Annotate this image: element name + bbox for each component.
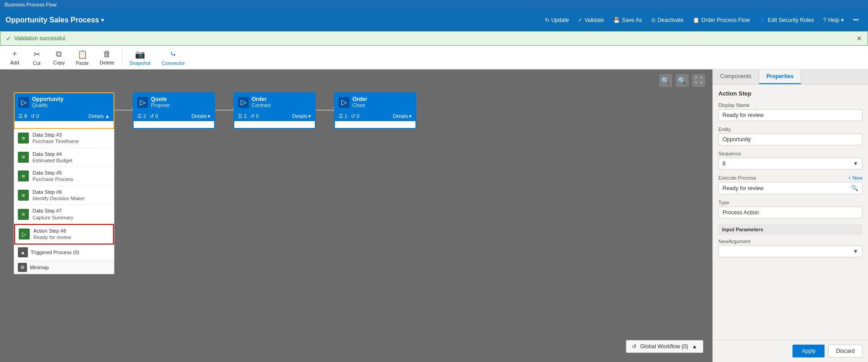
stage-quote-details-button[interactable]: Details ▾	[191, 113, 210, 119]
type-label: Type	[718, 200, 863, 205]
help-button[interactable]: ? Help ▾	[819, 15, 847, 25]
stage-order-close-details-button[interactable]: Details ▾	[393, 113, 412, 119]
connector-2	[215, 110, 233, 111]
top-bar: Business Process Flow	[0, 0, 868, 9]
global-workflow[interactable]: ↺ Global Workflow (0) ▲	[626, 340, 703, 353]
stage-order-contract-details-button[interactable]: Details ▾	[292, 113, 311, 119]
validate-icon: ✓	[578, 17, 582, 23]
snapshot-button[interactable]: 📷 Snapshot	[124, 48, 156, 68]
stage-order-contract-steps-count: ☰ 2	[238, 113, 247, 119]
stage-order-contract-node[interactable]: ▷ Order Contract ☰ 2 ↺ 0	[233, 92, 316, 129]
stage-order-close-icon: ▷	[339, 97, 350, 108]
copy-button[interactable]: ⧉ Copy	[48, 48, 70, 67]
validation-close-icon[interactable]: ✕	[857, 35, 862, 42]
validate-button[interactable]: ✓ Validate	[574, 15, 607, 25]
top-bar-title: Business Process Flow	[5, 2, 57, 7]
header-title-chevron[interactable]: ▾	[101, 17, 104, 23]
step-estimated-budget-icon: ≡	[18, 152, 29, 163]
step-ready-for-review-text: Action Step #8 Ready for review	[33, 228, 71, 241]
stage-opportunity-steps-list: ≡ Data Step #3 Purchase Timeframe ≡ Data…	[14, 129, 114, 274]
entity-label: Entity	[718, 127, 863, 132]
new-argument-arrow-icon: ▼	[853, 248, 858, 255]
order-process-flow-button[interactable]: 📋 Order Process Flow	[689, 15, 754, 25]
stage-order-close-node[interactable]: ▷ Order Close ☰ 1 ↺ 0	[334, 92, 416, 129]
stage-order-contract-icon: ▷	[238, 97, 249, 108]
zoom-out-button[interactable]: 🔍	[659, 74, 672, 87]
deactivate-button[interactable]: ⊙ Deactivate	[647, 15, 687, 25]
global-workflow-label: Global Workflow (0)	[640, 343, 688, 350]
panel-tabs: Components Properties	[713, 69, 868, 85]
minimap-bar[interactable]: ⊞ Minimap	[14, 261, 114, 274]
step-ready-for-review[interactable]: ▷ Action Step #8 Ready for review	[14, 224, 114, 245]
stage-opportunity-subtitle: Qualify	[32, 102, 64, 108]
edit-security-roles-icon: 👤	[759, 17, 766, 23]
stage-order-contract-title-block: Order Contract	[252, 96, 271, 109]
execute-process-search-icon: 🔍	[851, 185, 858, 192]
stage-opportunity: ▷ Opportunity Qualify ☰ 8 ↺ 0	[14, 92, 114, 274]
sequence-label: Sequence	[718, 151, 863, 156]
stage-order-contract-header: ▷ Order Contract	[234, 93, 315, 112]
stage-order-close: ▷ Order Close ☰ 1 ↺ 0	[334, 92, 416, 129]
step-capture-summary[interactable]: ≡ Data Step #7 Capture Summary	[14, 205, 114, 224]
new-argument-select[interactable]: ▼	[718, 245, 863, 257]
stage-order-close-title-block: Order Close	[352, 96, 367, 109]
step-purchase-timeframe[interactable]: ≡ Data Step #3 Purchase Timeframe	[14, 129, 114, 148]
save-as-button[interactable]: 💾 Save As	[609, 15, 646, 25]
zoom-in-icon: 🔍	[678, 76, 687, 85]
canvas[interactable]: 🔍 🔍 ⛶ ▷ Opportunity Qualify	[0, 69, 712, 362]
execute-process-new-link[interactable]: + New	[848, 175, 863, 181]
delete-button[interactable]: 🗑 Delete	[94, 48, 120, 67]
execute-process-input[interactable]: Ready for review 🔍	[718, 182, 863, 194]
stage-quote-header: ▷ Quote Propose	[134, 93, 214, 112]
step-purchase-process[interactable]: ≡ Data Step #5 Purchase Process	[14, 167, 114, 186]
paste-button[interactable]: 📋 Paste	[70, 48, 94, 68]
type-value: Process Action	[718, 207, 863, 218]
edit-security-roles-button[interactable]: 👤 Edit Security Roles	[755, 15, 818, 25]
step-identify-decision-icon: ≡	[18, 190, 29, 201]
fit-icon: ⛶	[695, 76, 702, 85]
more-button[interactable]: •••	[849, 15, 863, 25]
flow-container: ▷ Opportunity Qualify ☰ 8 ↺ 0	[14, 92, 416, 274]
minimap-label: Minimap	[30, 265, 49, 270]
add-button[interactable]: + Add	[4, 48, 26, 67]
zoom-controls: 🔍 🔍 ⛶	[659, 74, 705, 87]
stage-opportunity-details-button[interactable]: Details ▲	[88, 113, 110, 119]
panel-footer: Apply Discard	[713, 340, 868, 362]
step-identify-decision-text: Data Step #6 Identify Decision Maker	[32, 189, 85, 202]
panel-section-title: Action Step	[718, 90, 863, 97]
toolbar: + Add ✂ Cut ⧉ Copy 📋 Paste 🗑 Delete 📷 Sn…	[0, 46, 868, 69]
triggered-process-row: ▲ Triggered Process (0)	[14, 245, 114, 261]
step-identify-decision-maker[interactable]: ≡ Data Step #6 Identify Decision Maker	[14, 186, 114, 205]
toolbar-separator	[122, 49, 122, 66]
entity-value: Opportunity	[718, 133, 863, 145]
new-argument-field-group: NewArgument ▼	[718, 239, 863, 257]
stage-order-contract-subtitle: Contract	[252, 102, 271, 108]
sequence-select[interactable]: 8 ▼	[718, 158, 863, 170]
display-name-input[interactable]	[718, 109, 863, 121]
triggered-process-icon: ▲	[18, 247, 28, 257]
zoom-in-button[interactable]: 🔍	[676, 74, 689, 87]
stage-opportunity-node[interactable]: ▷ Opportunity Qualify ☰ 8 ↺ 0	[14, 92, 114, 129]
update-button[interactable]: ↻ Update	[541, 15, 573, 25]
header-left: Opportunity Sales Process ▾	[5, 16, 104, 24]
validation-bar: ✓ Validation successful. ✕	[0, 31, 868, 46]
stage-order-close-flow-count: ↺ 0	[351, 113, 359, 119]
fit-button[interactable]: ⛶	[692, 74, 705, 87]
help-icon: ?	[823, 17, 826, 23]
tab-components[interactable]: Components	[713, 69, 759, 84]
step-capture-summary-text: Data Step #7 Capture Summary	[32, 208, 73, 221]
panel-content: Action Step Display Name Entity Opportun…	[713, 85, 868, 340]
stage-opportunity-steps-count: ☰ 8	[18, 113, 27, 119]
right-panel: Components Properties Action Step Displa…	[712, 69, 868, 362]
step-estimated-budget[interactable]: ≡ Data Step #4 Estimated Budget	[14, 148, 114, 167]
cut-button[interactable]: ✂ Cut	[26, 48, 48, 68]
execute-process-value: Ready for review	[722, 185, 764, 192]
apply-button[interactable]: Apply	[793, 345, 825, 357]
connector-button[interactable]: ⤷ Connector	[156, 48, 190, 68]
stage-opportunity-footer: ☰ 8 ↺ 0 Details ▲	[15, 112, 113, 121]
connector-1	[114, 110, 133, 111]
stage-quote-node[interactable]: ▷ Quote Propose ☰ 2 ↺ 0	[133, 92, 215, 129]
more-icon: •••	[853, 17, 859, 23]
discard-button[interactable]: Discard	[828, 345, 863, 357]
tab-properties[interactable]: Properties	[759, 69, 801, 84]
